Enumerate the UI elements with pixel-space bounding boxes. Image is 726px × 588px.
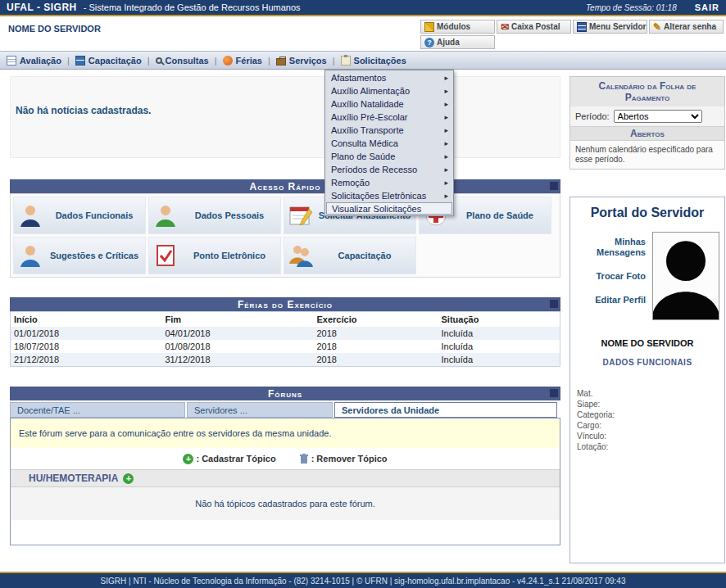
table-row: 21/12/2018 31/12/2018 2018 Incluída [11,353,560,367]
quick-access-panel: Acesso Rápido Dados Funcionais Dados Pes… [10,179,560,278]
menu-separator [215,56,217,66]
period-row: Período: Abertos [570,106,724,126]
column-header: Fim [162,312,314,328]
quick-access-dados-funcionais[interactable]: Dados Funcionais [13,197,146,234]
services-icon [276,58,286,66]
mailbox-button[interactable]: Caixa Postal [497,20,571,34]
cell-situacao: Incluída [438,353,560,367]
dropdown-item-auxilio-natalidade[interactable]: Auxílio Natalidade [326,97,452,111]
logout-link[interactable]: SAIR [695,2,719,12]
employee-data-icon [17,202,43,228]
dropdown-item-visualizar-solicitacoes[interactable]: Visualizar Solicitações [326,202,452,215]
edit-profile-link[interactable]: Editar Perfil [575,295,646,305]
menu-servidor-button-label: Menu Servidor [589,22,646,31]
menu-servidor-button[interactable]: Menu Servidor [573,20,647,34]
ferias-table: Início Fim Exercício Situação 01/01/2018… [10,311,560,367]
dropdown-item-label: Auxílio Alimentação [331,86,410,96]
change-photo-link[interactable]: Trocar Foto [575,271,646,282]
create-topic-action[interactable]: : Cadastrar Tópico [183,454,275,464]
change-password-button[interactable]: Alterar senha [649,20,724,34]
menu-item-capacitacao[interactable]: Capacitação [75,56,142,66]
quick-access-label: Sugestões e Críticas [47,251,142,261]
cell-exercicio: 2018 [314,353,438,367]
dropdown-item-remocao[interactable]: Remoção [326,176,452,189]
my-messages-link[interactable]: Minhas Mensagens [575,237,646,258]
header-user-name: NOME DO SERVIDOR [8,24,101,34]
menu-separator [67,56,70,66]
menu-item-servicos-label: Serviços [289,56,327,66]
dropdown-item-auxilio-pre-escolar[interactable]: Auxílio Pré-Escolar [326,111,452,124]
forum-group-name: HU/HEMOTERAPIA [29,473,118,484]
header-buttons: Módulos Caixa Postal Menu Servidor Alter… [420,19,724,50]
personal-data-icon [152,202,179,228]
field-mat: Mat. [577,388,724,399]
forum-content: Este fórum serve para a comunicação entr… [10,418,560,545]
column-header: Situação [438,312,560,328]
mailbox-button-label: Caixa Postal [511,22,560,31]
sidebar: Calendário da Folha de Pagamento Período… [569,70,725,563]
menu-item-solicitacoes[interactable]: Solicitações [341,56,406,66]
help-icon [424,38,434,47]
cell-situacao: Incluída [438,327,560,340]
menu-separator [268,56,270,66]
modules-button[interactable]: Módulos [420,20,495,34]
period-select[interactable]: Abertos [614,110,702,123]
dropdown-item-afastamentos[interactable]: Afastamentos [326,71,452,84]
dropdown-item-label: Consulta Médica [331,138,398,148]
dropdown-item-plano-de-saude[interactable]: Plano de Saúde [326,150,452,163]
menu-item-ferias[interactable]: Férias [223,56,262,66]
menu-item-consultas-label: Consultas [166,56,209,66]
remove-topic-label: : Remover Tópico [311,454,388,464]
dropdown-item-auxilio-alimentacao[interactable]: Auxílio Alimentação [326,84,452,97]
quick-access-dados-pessoais[interactable]: Dados Pessoais [148,197,281,234]
remove-topic-action[interactable]: : Remover Tópico [299,453,388,464]
dropdown-item-periodos-de-recesso[interactable]: Períodos de Recesso [326,163,452,176]
dropdown-item-label: Plano de Saúde [331,152,395,161]
quick-access-label: Dados Funcionais [47,210,142,221]
dropdown-item-consulta-medica[interactable]: Consulta Médica [326,137,452,150]
add-group-topic-icon[interactable] [123,473,134,484]
dropdown-item-label: Visualizar Solicitações [332,204,421,214]
column-header: Exercício [314,312,438,328]
create-topic-label: : Cadastrar Tópico [196,454,275,464]
dropdown-item-solicitacoes-eletronicas[interactable]: Solicitações Eletrônicas [326,189,452,202]
top-bar: UFAL - SIGRH - Sistema Integrado de Gest… [0,0,726,16]
cell-fim: 31/12/2018 [162,353,314,367]
ferias-header: Férias do Exercício [10,297,560,311]
vacation-icon [223,56,233,66]
forums-header: Fóruns [10,387,560,400]
search-icon [156,57,162,64]
table-row: 01/01/2018 04/01/2018 2018 Incluída [11,327,560,340]
tab-servidores-da-unidade[interactable]: Servidores da Unidade [334,402,557,418]
menu-servidor-icon [577,22,587,32]
cell-inicio: 18/07/2018 [11,340,162,353]
requests-icon [341,56,351,66]
dropdown-item-auxilio-transporte[interactable]: Auxílio Transporte [326,124,452,137]
news-empty-message: Não há notícias cadastradas. [16,105,555,116]
quick-access-label: Capacitação [317,251,412,261]
forum-tabs: Docente/TAE ... Servidores ... Servidore… [10,402,560,418]
menu-item-ferias-label: Férias [236,56,262,66]
cell-inicio: 21/12/2018 [11,353,162,367]
suggestions-icon [17,242,43,269]
modules-icon [424,22,434,32]
footer-text: SIGRH | NTI - Núcleo de Tecnologia da In… [101,577,626,586]
menu-item-avaliacao[interactable]: Avaliação [7,56,61,66]
cell-inicio: 01/01/2018 [11,327,162,340]
quick-access-sugestoes-criticas[interactable]: Sugestões e Críticas [13,237,146,274]
quick-access-capacitacao[interactable]: Capacitação [284,237,416,274]
quick-access-ponto-eletronico[interactable]: Ponto Eletrônico [148,237,281,274]
tab-servidores[interactable]: Servidores ... [187,402,333,418]
help-button[interactable]: Ajuda [420,35,495,49]
dropdown-item-label: Solicitações Eletrônicas [331,191,426,201]
calendar-empty-message: Nenhum calendário especificado para esse… [570,141,724,169]
portal-do-servidor-panel: Portal do Servidor Minhas Mensagens Troc… [569,197,725,563]
payroll-calendar-panel: Calendário da Folha de Pagamento Período… [569,76,725,170]
session-timer: Tempo de Sessão: 01:18 [586,3,677,12]
column-header: Início [11,312,162,328]
menu-item-servicos[interactable]: Serviços [276,56,327,66]
tab-docente-tae[interactable]: Docente/TAE ... [10,402,185,418]
portal-section-title: DADOS FUNCIONAIS [570,358,724,367]
training-menu-icon [75,56,85,66]
menu-item-consultas[interactable]: Consultas [156,56,209,66]
